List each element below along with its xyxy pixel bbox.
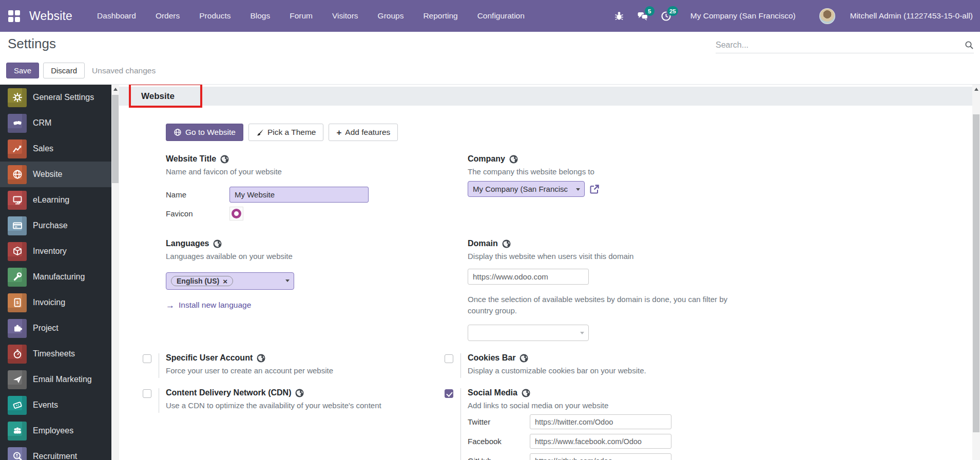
globe-badge-icon [502, 239, 511, 248]
globe-icon [174, 128, 182, 136]
left-scrollbar[interactable] [111, 85, 119, 460]
twitter-field-label: Twitter [468, 417, 530, 426]
pick-theme-label: Pick a Theme [267, 128, 316, 137]
domain-input[interactable] [468, 269, 589, 285]
external-link-icon[interactable] [589, 184, 600, 195]
go-to-website-label: Go to Website [185, 128, 236, 137]
favicon-upload[interactable] [229, 207, 243, 221]
sidebar-item-events[interactable]: Events [0, 392, 111, 418]
nav-item-visitors[interactable]: Visitors [332, 11, 358, 21]
sidebar-item-manufacturing[interactable]: Manufacturing [0, 264, 111, 290]
website-name-input[interactable] [229, 187, 369, 203]
social-media-checkbox[interactable] [445, 389, 453, 398]
nav-item-blogs[interactable]: Blogs [250, 11, 270, 21]
remove-tag-icon[interactable]: × [223, 277, 227, 285]
country-group-note: Once the selection of available websites… [468, 294, 747, 316]
cookies-bar-checkbox[interactable] [445, 354, 453, 363]
messages-icon[interactable]: 5 [636, 9, 649, 23]
nav-item-reporting[interactable]: Reporting [423, 11, 457, 21]
sidebar-item-inventory[interactable]: Inventory [0, 238, 111, 264]
page-title: Settings [8, 36, 56, 52]
user-avatar[interactable] [819, 8, 835, 24]
search-icon[interactable] [965, 41, 974, 50]
wrench-icon [8, 268, 27, 287]
social-media-fields: Twitter Facebook GitHub [468, 414, 755, 460]
section-header-website: Website [119, 87, 972, 106]
gear-icon [8, 88, 27, 107]
activities-clock-icon[interactable]: 25 [660, 9, 673, 23]
sidebar-item-timesheets[interactable]: Timesheets [0, 341, 111, 367]
sidebar-item-employees[interactable]: Employees [0, 418, 111, 444]
right-scrollbar-thumb[interactable] [973, 114, 979, 432]
sidebar-item-crm[interactable]: CRM [0, 110, 111, 136]
sidebar-item-elearning[interactable]: eLearning [0, 187, 111, 213]
activities-badge: 25 [667, 6, 678, 16]
stopwatch-icon [8, 345, 27, 364]
handshake-icon [8, 114, 27, 133]
install-language-link[interactable]: → Install new language [166, 301, 461, 310]
presentation-icon [8, 191, 27, 210]
github-url-input[interactable] [530, 453, 671, 460]
company-block: Company The company this website belongs… [468, 154, 763, 197]
sidebar-item-invoicing[interactable]: $ Invoicing [0, 290, 111, 315]
nav-item-orders[interactable]: Orders [156, 11, 180, 21]
specific-user-account-desc: Force your user to create an account per… [166, 366, 453, 375]
invoice-icon: $ [8, 293, 27, 312]
cookies-bar-setting: Cookies Bar Display a customizable cooki… [445, 353, 755, 378]
sidebar-item-project[interactable]: Project [0, 315, 111, 341]
social-field-row: GitHub [468, 453, 755, 460]
languages-heading: Languages [166, 239, 209, 248]
facebook-url-input[interactable] [530, 434, 671, 449]
company-select[interactable]: My Company (San Francisc [468, 181, 585, 197]
top-navbar: Website DashboardOrdersProductsBlogsForu… [0, 0, 980, 32]
nav-item-groups[interactable]: Groups [378, 11, 404, 21]
right-scrollbar[interactable] [972, 85, 980, 460]
box-icon [8, 242, 27, 261]
setting-divider [159, 388, 159, 413]
twitter-url-input[interactable] [530, 414, 671, 429]
domain-block: Domain Display this website when users v… [468, 239, 763, 341]
sidebar-item-email-marketing[interactable]: Email Marketing [0, 367, 111, 392]
sidebar-item-recruitment[interactable]: Recruitment [0, 444, 111, 460]
cdn-checkbox[interactable] [143, 389, 151, 398]
go-to-website-button[interactable]: Go to Website [166, 124, 243, 141]
social-field-row: Facebook [468, 434, 755, 449]
company-select-value: My Company (San Francisc [473, 185, 568, 193]
left-scrollbar-thumb[interactable] [112, 95, 119, 183]
sidebar-item-purchase[interactable]: Purchase [0, 213, 111, 238]
nav-item-forum[interactable]: Forum [290, 11, 313, 21]
app-brand[interactable]: Website [29, 9, 72, 23]
apps-grid-icon[interactable] [8, 10, 20, 22]
globe-badge-icon [220, 155, 229, 164]
scroll-up-icon[interactable] [111, 85, 119, 94]
save-button[interactable]: Save [6, 63, 39, 78]
country-group-select[interactable] [468, 325, 589, 341]
add-features-button[interactable]: + Add features [329, 124, 398, 141]
globe-icon [8, 165, 27, 184]
debug-bug-icon[interactable] [612, 9, 626, 23]
domain-desc: Display this website when users visit th… [468, 252, 763, 261]
sidebar-item-sales[interactable]: Sales [0, 136, 111, 162]
nav-item-products[interactable]: Products [199, 11, 230, 21]
nav-menu: DashboardOrdersProductsBlogsForumVisitor… [97, 11, 525, 21]
languages-select[interactable]: English (US) × [166, 272, 294, 290]
search-box [716, 37, 974, 53]
cdn-desc: Use a CDN to optimize the availability o… [166, 401, 453, 410]
user-menu[interactable]: Mitchell Admin (11227453-15-0-all) [850, 11, 973, 21]
company-switcher[interactable]: My Company (San Francisco) [690, 11, 796, 21]
sidebar-item-website[interactable]: Website [0, 162, 111, 187]
plus-icon: + [336, 128, 341, 137]
search-input[interactable] [716, 41, 965, 50]
setting-divider [460, 388, 461, 460]
pick-theme-button[interactable]: Pick a Theme [248, 124, 323, 141]
specific-user-account-checkbox[interactable] [143, 354, 151, 363]
ticket-icon [8, 396, 27, 415]
scroll-up-icon[interactable] [972, 85, 980, 94]
nav-item-configuration[interactable]: Configuration [477, 11, 525, 21]
sidebar-item-general-settings[interactable]: General Settings [0, 85, 111, 110]
nav-item-dashboard[interactable]: Dashboard [97, 11, 136, 21]
app-window: Website DashboardOrdersProductsBlogsForu… [0, 0, 980, 460]
languages-block: Languages Languages available on your we… [166, 239, 461, 310]
discard-button[interactable]: Discard [43, 63, 85, 78]
messages-badge: 5 [645, 6, 655, 16]
